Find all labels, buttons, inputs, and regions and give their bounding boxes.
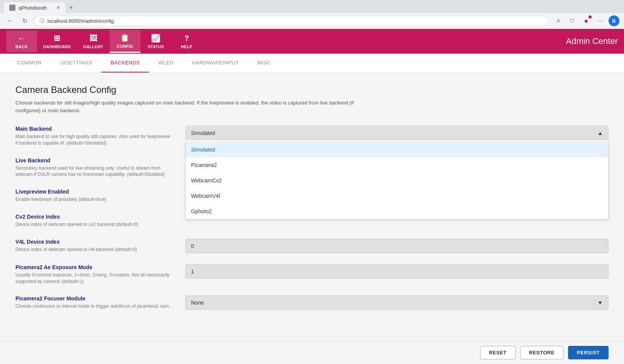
config-label-livepreview: Livepreview Enabled Enable livestream (i…	[15, 189, 185, 203]
picamera2-ae-input[interactable]	[185, 264, 609, 279]
browser-address-bar: ← ↻ ⓘ localhost:8000/#/admin/config A 🛡 …	[0, 13, 624, 29]
v4l-index-input[interactable]	[185, 239, 609, 253]
nav-help-label: HELP	[181, 44, 192, 49]
field-desc-v4l-index: Device index of webcam opened in v4l bac…	[15, 246, 174, 253]
nav-status-label: STATUS	[147, 44, 164, 49]
config-row-picamera2-focuser: Picamera2 Focuser Module Choose continuo…	[15, 295, 609, 310]
tab-uisettings[interactable]: UISETTINGS	[51, 54, 101, 72]
field-desc-picamera2-ae: Usually 0=normal exposure, 1=short, 2=lo…	[15, 272, 174, 285]
page-description: Choose backends for still images/high qu…	[15, 99, 363, 114]
url-lock-icon: ⓘ	[40, 18, 44, 24]
dropdown-item-simulated[interactable]: Simulated	[186, 142, 608, 157]
back-icon: ←	[18, 34, 25, 43]
dropdown-item-picamera2[interactable]: Picamera2	[186, 157, 608, 173]
config-input-picamera2-ae[interactable]	[185, 264, 609, 279]
picamera2-focuser-value: None	[191, 300, 204, 306]
nav-dashboard-label: DASHBOARD	[43, 44, 71, 49]
tab-favicon	[9, 5, 15, 11]
main-backend-chevron-icon: ▲	[597, 130, 603, 136]
dropdown-item-gphoto2[interactable]: Gphoto2	[186, 204, 608, 219]
field-name-main-backend: Main Backend	[15, 126, 174, 132]
config-label-picamera2-ae: Picamera2 Ae Exposure Mode Usually 0=nor…	[15, 264, 185, 285]
browser-chrome: qPhotobooth ✕ + ← ↻ ⓘ localhost:8000/#/a…	[0, 0, 624, 29]
bottom-action-bar: RESET RESTORE PERSIST	[0, 341, 624, 363]
main-backend-dropdown: Simulated Picamera2 WebcamCv2 WebcamV4l …	[185, 142, 609, 219]
url-text[interactable]: localhost:8000/#/admin/config	[47, 18, 543, 24]
picamera2-focuser-chevron-icon: ▼	[597, 300, 603, 306]
browser-tab-active[interactable]: qPhotobooth ✕	[4, 2, 66, 13]
picamera2-focuser-select[interactable]: None ▼	[185, 295, 609, 310]
tab-misc[interactable]: MISC	[248, 54, 280, 72]
nav-config[interactable]: 📋 CONFIG	[110, 30, 140, 53]
reload-button[interactable]: ↻	[19, 15, 30, 26]
field-desc-live-backend: Secondary backend used for live streamin…	[15, 165, 174, 178]
field-desc-livepreview: Enable livestream (if possible) (default…	[15, 196, 174, 203]
field-desc-picamera2-focuser: Choose continuous or interval mode to tr…	[15, 303, 174, 310]
config-label-main-backend: Main Backend Main backend to use for hig…	[15, 126, 185, 147]
reset-button[interactable]: RESET	[480, 346, 516, 359]
config-row-v4l-index: V4L Device Index Device index of webcam …	[15, 239, 609, 253]
nav-back-label: BACK	[15, 44, 28, 49]
config-label-cv2-index: Cv2 Device Index Device index of webcam …	[15, 214, 185, 228]
field-name-picamera2-ae: Picamera2 Ae Exposure Mode	[15, 264, 174, 270]
field-name-picamera2-focuser: Picamera2 Focuser Module	[15, 295, 174, 302]
config-tabs: COMMON UISETTINGS BACKENDS WLED HARDWARE…	[0, 54, 624, 73]
browser-action-buttons: A 🛡 ● ⋯ B	[553, 15, 619, 26]
field-name-v4l-index: V4L Device Index	[15, 239, 174, 245]
nav-back[interactable]: ← BACK	[6, 31, 37, 52]
tab-hardwareinput[interactable]: HARDWAREINPUT	[183, 54, 248, 72]
field-name-cv2-index: Cv2 Device Index	[15, 214, 174, 220]
config-label-picamera2-focuser: Picamera2 Focuser Module Choose continuo…	[15, 295, 185, 310]
tab-title: qPhotobooth	[19, 5, 47, 11]
browser-user-button[interactable]: ●	[581, 15, 592, 26]
app-title: Admin Center	[566, 36, 618, 46]
nav-help[interactable]: ? HELP	[171, 31, 202, 52]
main-backend-value: Simulated	[191, 130, 215, 136]
help-icon: ?	[184, 34, 189, 43]
browser-more-button[interactable]: ⋯	[595, 15, 605, 26]
nav-config-label: CONFIG	[117, 44, 133, 49]
config-input-main-backend: Simulated ▲ Simulated Picamera2 WebcamCv…	[185, 126, 609, 140]
field-desc-main-backend: Main backend to use for high quality sti…	[15, 133, 174, 147]
main-content: Camera Backend Config Choose backends fo…	[0, 73, 624, 363]
main-backend-select[interactable]: Simulated ▲	[185, 126, 609, 140]
config-input-picamera2-focuser: None ▼	[185, 295, 609, 310]
config-input-v4l-index[interactable]	[185, 239, 609, 253]
config-row-main-backend: Main Backend Main backend to use for hig…	[15, 126, 609, 147]
config-icon: 📋	[120, 33, 130, 42]
tab-backends[interactable]: BACKENDS	[101, 54, 149, 72]
tab-close-button[interactable]: ✕	[56, 5, 60, 10]
browser-profile-button[interactable]: B	[609, 15, 619, 26]
browser-tab-bar: qPhotobooth ✕ +	[0, 0, 624, 13]
app-header: ← BACK ⊞ DASHBOARD 🖼 GALLERY 📋 CONFIG 📈 …	[0, 29, 624, 54]
nav-gallery-label: GALLERY	[83, 44, 103, 49]
dropdown-item-webcamv4l[interactable]: WebcamV4l	[186, 188, 608, 204]
config-label-v4l-index: V4L Device Index Device index of webcam …	[15, 239, 185, 253]
nav-status[interactable]: 📈 STATUS	[140, 30, 171, 52]
gallery-icon: 🖼	[90, 34, 97, 43]
field-name-livepreview: Livepreview Enabled	[15, 189, 174, 195]
tab-wled[interactable]: WLED	[149, 54, 183, 72]
nav-dashboard[interactable]: ⊞ DASHBOARD	[37, 30, 77, 52]
back-nav-button[interactable]: ←	[5, 15, 15, 26]
config-row-picamera2-ae: Picamera2 Ae Exposure Mode Usually 0=nor…	[15, 264, 609, 285]
dashboard-icon: ⊞	[54, 34, 60, 43]
persist-button[interactable]: PERSIST	[568, 346, 609, 359]
nav-gallery[interactable]: 🖼 GALLERY	[77, 31, 110, 52]
dropdown-item-webcamcv2[interactable]: WebcamCv2	[186, 173, 608, 188]
browser-aa-button[interactable]: A	[553, 15, 564, 26]
new-tab-button[interactable]: +	[66, 2, 76, 13]
page-title: Camera Backend Config	[15, 84, 609, 95]
tab-common[interactable]: COMMON	[8, 54, 51, 72]
status-icon: 📈	[151, 34, 161, 43]
url-bar[interactable]: ⓘ localhost:8000/#/admin/config	[34, 16, 549, 26]
browser-shield-button[interactable]: 🛡	[567, 15, 578, 26]
field-desc-cv2-index: Device index of webcam opened in cv2 bac…	[15, 221, 174, 228]
field-name-live-backend: Live Backend	[15, 157, 174, 163]
restore-button[interactable]: RESTORE	[520, 346, 563, 359]
config-label-live-backend: Live Backend Secondary backend used for …	[15, 157, 185, 178]
